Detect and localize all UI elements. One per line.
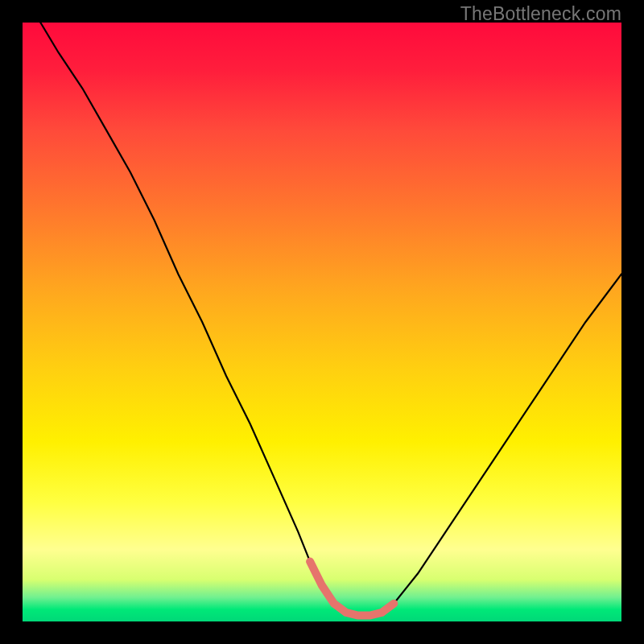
curve-svg [23, 23, 621, 621]
bottleneck-curve [23, 23, 621, 616]
curve-highlight-segment [310, 562, 394, 616]
gradient-plot-area [23, 23, 621, 621]
watermark-text: TheBottleneck.com [460, 3, 621, 25]
